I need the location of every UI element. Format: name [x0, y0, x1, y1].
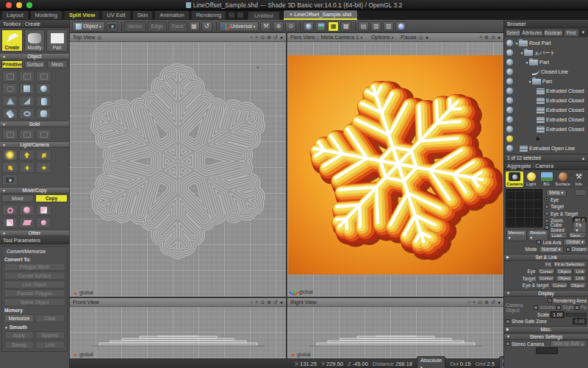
smooth-link-button[interactable]: Link	[35, 341, 65, 349]
tab-rendering[interactable]: Rendering	[191, 10, 227, 20]
visibility-ball[interactable]	[506, 40, 513, 46]
vertex-mode-button[interactable]: Vertex	[124, 21, 146, 32]
solid-intersect-button[interactable]	[36, 129, 51, 140]
rendered-image[interactable]	[288, 55, 503, 275]
eye-link-button[interactable]: Link	[573, 268, 586, 275]
display-section-header[interactable]: ▼Display	[504, 290, 588, 297]
tree-item-part-jp[interactable]: ▼ぉパート	[504, 48, 588, 57]
shear-copy-button[interactable]	[19, 217, 35, 228]
sphere-tool-button[interactable]	[36, 83, 51, 94]
tree-item-closed-line[interactable]: Closed Line	[504, 67, 588, 77]
tree-item-root-part[interactable]: ▼Root Part	[504, 38, 588, 48]
camera-select-dropdown[interactable]: Meta Camera 1 ▾	[321, 34, 362, 40]
eye-cursor-button[interactable]: Cursor	[537, 268, 555, 275]
link-axis-dropdown[interactable]: Global ▾	[563, 238, 587, 246]
slanted-cylinder-tool-button[interactable]	[2, 108, 18, 119]
marquee-select-icon[interactable]: ▦	[189, 21, 200, 32]
visibility-ball[interactable]	[506, 145, 513, 152]
magnifier-icon[interactable]: ⊙	[260, 35, 265, 40]
camera-preview[interactable]	[506, 189, 542, 227]
rotate-view-icon[interactable]: ↺	[491, 300, 495, 305]
move-tab[interactable]: Move	[1, 194, 34, 202]
solid-union-button[interactable]	[2, 129, 18, 140]
safe-zone-checkbox[interactable]	[506, 319, 510, 324]
translate-copy-button[interactable]	[2, 205, 18, 216]
perspective-viewport[interactable]: Pers View | Meta Camera 1 ▾ Options ▾ Pa…	[287, 33, 503, 297]
area-light-button[interactable]	[2, 162, 18, 173]
visibility-ball[interactable]	[506, 88, 513, 94]
tab-layout[interactable]: Layout	[1, 10, 29, 20]
volume-checkbox[interactable]	[534, 305, 538, 310]
panel-layout-3-icon[interactable]: ▧	[383, 21, 394, 32]
preview-sphere-icon[interactable]	[395, 21, 406, 32]
magnifier-icon[interactable]: ⊙	[478, 300, 482, 305]
convert-curved-surface-button[interactable]: Curved Surface	[4, 272, 65, 280]
pause-button[interactable]: Pause	[401, 34, 416, 40]
stereo-mode-dropdown[interactable]: Side by Side ▴	[550, 340, 587, 347]
safe-zone-input[interactable]: 0.90	[573, 318, 587, 325]
tab-skin[interactable]: Skin	[132, 10, 154, 20]
solid-section-header[interactable]: ▼Solid	[0, 121, 69, 127]
other-section-header[interactable]: ▼Other	[0, 230, 69, 236]
smooth-sweep-button[interactable]: Sweep	[4, 341, 34, 349]
stereo-value-input[interactable]	[536, 347, 558, 354]
pan-icon[interactable]: ⊕	[267, 35, 271, 40]
light-camera-section-header[interactable]: ▼Light/Camera	[0, 141, 69, 148]
move-manipulator-icon[interactable]: ⊕	[273, 21, 284, 32]
curve-tool-button[interactable]	[19, 71, 35, 82]
array-copy-button[interactable]	[2, 217, 18, 228]
link-axis-checkbox[interactable]	[537, 240, 541, 244]
point-light-button[interactable]	[2, 149, 18, 160]
stereo-camera-checkbox[interactable]	[506, 342, 510, 346]
background-icon[interactable]	[315, 21, 326, 32]
zoom-out-icon[interactable]: −	[250, 300, 253, 305]
rotate-view-icon[interactable]: ↺	[273, 300, 278, 305]
cone-tool-button[interactable]	[2, 96, 18, 107]
load-button[interactable]: Load...	[549, 232, 567, 238]
eye-radio[interactable]	[545, 197, 549, 202]
panel-layout-2-icon[interactable]: ▥	[370, 21, 381, 32]
tab-split-view[interactable]: Split View	[64, 10, 100, 20]
line-tool-button[interactable]	[2, 71, 18, 82]
scale-input[interactable]: 1.00	[551, 311, 564, 318]
convert-polygon-mesh-button[interactable]: Polygon Mesh	[4, 263, 65, 271]
rotate-manipulator-icon[interactable]: ⊙	[285, 21, 296, 32]
bg-tab[interactable]: BG	[539, 171, 554, 187]
rendering-area-checkbox[interactable]: ✓	[548, 298, 552, 302]
pen-marker[interactable]	[506, 135, 513, 142]
object-mode-button[interactable]: Object ▾	[72, 21, 105, 32]
convert-pseudo-polygon-button[interactable]: Pseudo Polygon	[4, 289, 65, 297]
pan-icon[interactable]: ⊕	[484, 300, 489, 305]
visibility-ball[interactable]	[506, 49, 513, 56]
face-mode-button[interactable]: Face	[168, 21, 187, 32]
scale-copy-button[interactable]	[36, 217, 51, 228]
eye-target-radio[interactable]	[545, 211, 549, 216]
distant-checkbox[interactable]	[566, 247, 570, 252]
tree-item-extruded-closed[interactable]: Extruded Closed	[504, 96, 588, 105]
modify-mode-button[interactable]: Modify	[24, 29, 46, 52]
right-viewport[interactable]: Right View − + ⊙ ⊕ ↺ ● ▲glo	[287, 297, 503, 358]
create-mode-button[interactable]: Create	[1, 29, 23, 52]
zoom-in-icon[interactable]: +	[479, 35, 482, 40]
convert-line-object-button[interactable]: Line Object	[4, 280, 65, 289]
pan-icon[interactable]: ⊕	[267, 300, 271, 305]
universal-manipulator-button[interactable]: Universal ▾	[219, 21, 259, 32]
coord-mode-dropdown[interactable]: Absolute ▾	[417, 356, 445, 368]
visibility-ball[interactable]	[506, 59, 513, 66]
pan-icon[interactable]: ⊕	[484, 35, 489, 40]
magnifier-icon[interactable]: ⊙	[491, 35, 495, 40]
tree-item-extruded-closed[interactable]: Extruded Closed	[504, 124, 588, 134]
scale-slider[interactable]	[566, 313, 587, 316]
mode-dropdown[interactable]: Normal ▾	[539, 246, 564, 253]
camera-tool-button[interactable]	[2, 174, 18, 185]
tab-uv-edit[interactable]: UV Edit	[101, 10, 130, 20]
surface-tab[interactable]: Surface	[24, 60, 45, 68]
zoom-radio[interactable]	[545, 219, 549, 223]
collapse-icon[interactable]: ▲	[581, 156, 585, 160]
target-cursor-button[interactable]: Cursor	[537, 275, 555, 282]
gear-icon[interactable]: ◎	[419, 35, 423, 40]
solid-subtract-button[interactable]	[19, 129, 35, 140]
mesh-tab[interactable]: Mesh	[47, 60, 68, 68]
path-checkbox[interactable]	[575, 305, 579, 310]
camera-view-icon[interactable]: ●	[280, 300, 283, 305]
